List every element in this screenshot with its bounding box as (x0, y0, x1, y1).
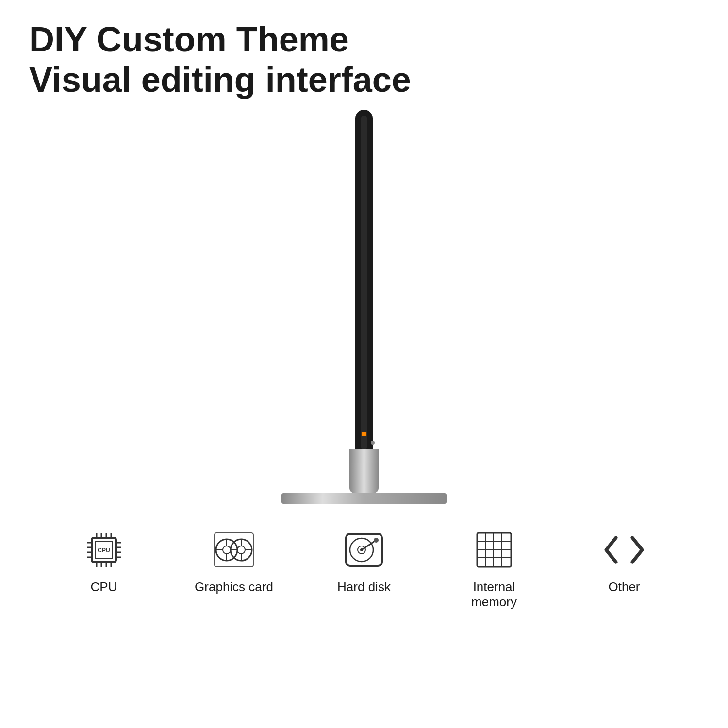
bottom-icons-row: CPU CPU (0, 504, 728, 629)
monitor-bottom-bezel (361, 436, 367, 449)
page-header: DIY Custom Theme Visual editing interfac… (0, 0, 728, 110)
hdd-icon (342, 528, 386, 572)
svg-point-22 (237, 546, 245, 554)
svg-point-20 (223, 546, 231, 554)
title-line1: DIY Custom Theme (29, 20, 349, 59)
other-icon-svg (602, 528, 646, 572)
monitor-stand-neck (349, 449, 379, 493)
svg-point-36 (374, 538, 379, 543)
memory-label: Internal memory (450, 579, 538, 610)
icon-item-graphics: Graphics card (190, 528, 278, 595)
memory-icon-svg (472, 528, 516, 572)
other-label: Other (608, 579, 640, 595)
icon-item-other: Other (580, 528, 668, 595)
hdd-icon-svg (342, 528, 386, 572)
cpu-label: CPU (91, 579, 117, 595)
monitor-stand-base (281, 493, 447, 504)
monitor-outer: 主题编辑器 ✕ ⚙ 管理 📁 打开 (355, 110, 373, 449)
svg-line-35 (362, 540, 376, 550)
cpu-icon-svg: CPU (82, 528, 126, 572)
graphics-icon-svg (212, 528, 256, 572)
orange-strip-top (361, 432, 367, 436)
monitor-power-btn[interactable] (371, 441, 375, 445)
icon-item-cpu: CPU CPU (60, 528, 148, 595)
graphics-icon (212, 528, 256, 572)
icon-item-memory: Internal memory (450, 528, 538, 610)
hdd-label: Hard disk (337, 579, 391, 595)
other-icon (602, 528, 646, 572)
monitor-stand: 主题编辑器 ✕ ⚙ 管理 📁 打开 (97, 110, 631, 504)
memory-icon (472, 528, 516, 572)
icon-item-hdd: Hard disk (320, 528, 408, 595)
graphics-label: Graphics card (195, 579, 273, 595)
monitor-section: 主题编辑器 ✕ ⚙ 管理 📁 打开 (0, 110, 728, 504)
monitor-bezel: 主题编辑器 ✕ ⚙ 管理 📁 打开 (361, 116, 367, 432)
cpu-icon: CPU (82, 528, 126, 572)
svg-text:CPU: CPU (98, 547, 110, 554)
title-line2: Visual editing interface (29, 60, 411, 99)
